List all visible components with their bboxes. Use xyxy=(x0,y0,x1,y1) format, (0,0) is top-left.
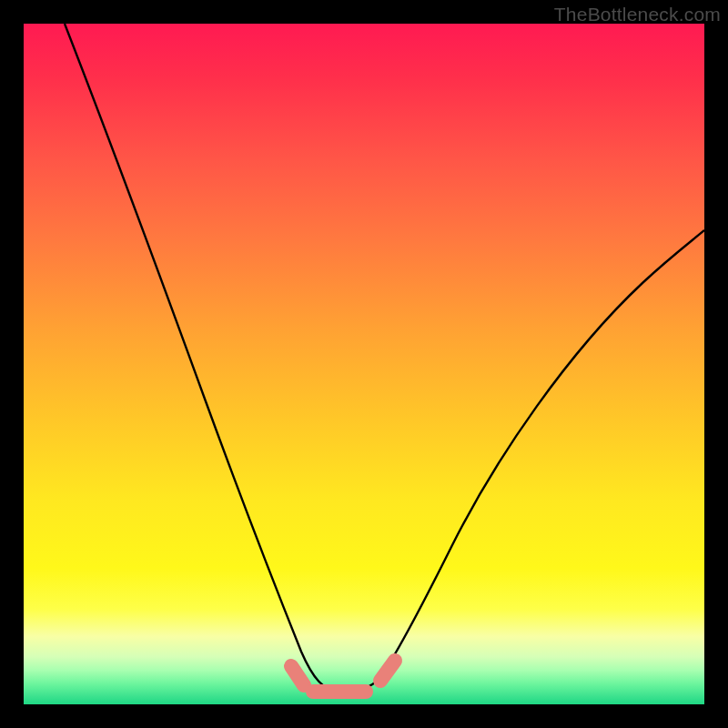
watermark-text: TheBottleneck.com xyxy=(554,4,721,25)
valley-left-edge-marker xyxy=(291,666,304,685)
valley-right-edge-marker xyxy=(380,661,395,681)
plot-area xyxy=(24,24,704,704)
curve-layer xyxy=(24,24,704,704)
bottleneck-curve xyxy=(65,24,704,691)
chart-frame: TheBottleneck.com xyxy=(0,0,728,728)
